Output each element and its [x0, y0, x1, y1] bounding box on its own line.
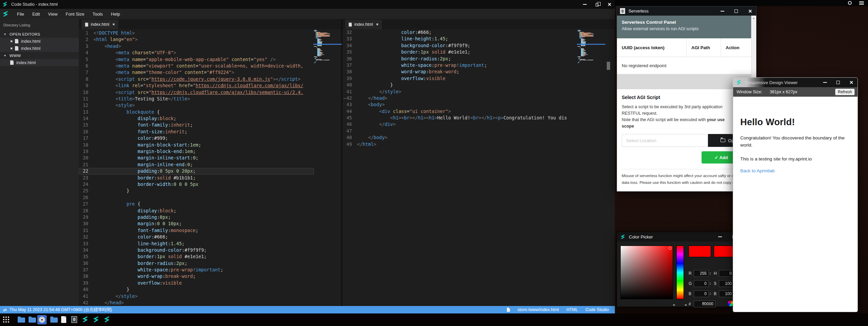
hamburger-menu-icon[interactable]: [859, 1, 864, 5]
status-language[interactable]: HTML: [566, 307, 578, 312]
code-line[interactable]: 11 <title>Testing Site</title>: [79, 96, 314, 102]
code-line[interactable]: 8 <script src="https://code.jquery.com/j…: [79, 76, 314, 82]
code-line[interactable]: 3 <head>: [79, 43, 314, 50]
code-line[interactable]: 13 blockquote {: [79, 109, 314, 115]
code-line[interactable]: 45 <h1><br></h1><h1>Hello World!<br></h1…: [342, 115, 578, 121]
code-line[interactable]: 9 <link rel="stylesheet" href="https://c…: [79, 82, 314, 89]
saturation-field[interactable]: [719, 280, 734, 287]
close-icon[interactable]: ✕: [748, 8, 752, 14]
hue-field[interactable]: [719, 270, 734, 277]
maximize-icon[interactable]: [734, 9, 738, 13]
code-studio-logo-icon[interactable]: [82, 316, 89, 323]
code-line[interactable]: 10 <script src="https://cdnjs.cloudflare…: [79, 89, 314, 96]
menu-edit[interactable]: Edit: [28, 12, 44, 17]
code-line[interactable]: 19 margin-block-end:1em;: [79, 148, 314, 155]
code-line[interactable]: 22 padding:0 5px 0 20px;: [79, 168, 314, 174]
code-line[interactable]: 25 }: [79, 188, 314, 194]
code-line[interactable]: 36 border-radius:2px;: [342, 56, 578, 62]
scrollbar-thumb[interactable]: [607, 62, 610, 70]
status-file-path[interactable]: store:/www/index.html: [517, 307, 559, 312]
code-line[interactable]: 18 margin-block-start:1em;: [79, 142, 314, 148]
hex-field[interactable]: [694, 301, 715, 307]
title-bar[interactable]: Code Studio - index.html ✕: [0, 0, 615, 9]
code-line[interactable]: 49</html>: [342, 141, 578, 148]
code-line[interactable]: 33 line-height:1.45;: [79, 241, 314, 247]
code-line[interactable]: 43 <body>: [342, 101, 578, 108]
stepper-icon[interactable]: ▲▼: [709, 292, 711, 295]
code-line[interactable]: 12 <style>: [79, 102, 314, 109]
code-line[interactable]: 41 </style>: [342, 89, 578, 95]
code-line[interactable]: 31 font-family:monospace;: [79, 227, 314, 234]
minimize-icon[interactable]: [583, 4, 587, 5]
code-line[interactable]: 36 border-radius:2px;: [79, 260, 314, 267]
serverless-zero-icon[interactable]: 0: [71, 316, 77, 323]
loading-circle-icon[interactable]: [848, 1, 852, 5]
minimap-left[interactable]: [314, 30, 341, 67]
close-icon[interactable]: ✖: [10, 47, 15, 50]
code-line[interactable]: 14 display:block;: [79, 115, 314, 122]
file-icon[interactable]: [61, 316, 66, 323]
restore-icon[interactable]: [596, 3, 599, 6]
maximize-icon[interactable]: [836, 81, 840, 84]
code-line[interactable]: 35 border:1px solid #e1e1e1;: [79, 253, 314, 260]
editor-pane-right[interactable]: 32 color:#666;33 line-height:1.45;34 bac…: [342, 19, 578, 306]
menu-tools[interactable]: Tools: [88, 12, 107, 17]
green-field[interactable]: [694, 280, 709, 287]
folder-icon[interactable]: [29, 318, 36, 323]
menu-file[interactable]: File: [13, 12, 28, 17]
code-line[interactable]: 37 white-space:pre-wrap!important;: [79, 267, 314, 273]
refresh-button[interactable]: Refresh: [835, 89, 855, 95]
hue-slider[interactable]: [676, 246, 684, 299]
code-line[interactable]: 46 </div>: [342, 121, 578, 128]
code-line[interactable]: 34 background-color:#f9f9f9;: [342, 42, 578, 49]
minimap-right[interactable]: [578, 30, 605, 67]
sidebar-item-open-editor[interactable]: ✖ index.html: [0, 45, 79, 52]
code-line[interactable]: 34 background-color:#f9f9f9;: [79, 247, 314, 253]
code-line[interactable]: 15 font-family:inherit;: [79, 122, 314, 128]
saturation-value-gradient[interactable]: [620, 246, 673, 299]
blue-field[interactable]: [694, 290, 709, 297]
hue-marker-right-icon[interactable]: ◀: [685, 304, 686, 306]
code-line[interactable]: 42 </head>: [79, 300, 314, 306]
red-field[interactable]: [694, 270, 709, 277]
code-line[interactable]: 26: [79, 194, 314, 201]
sidebar-section-open-editors[interactable]: ▾ OPEN EDITORS: [0, 31, 79, 38]
code-line[interactable]: 28 display:block;: [79, 208, 314, 214]
code-line[interactable]: 47: [342, 128, 578, 134]
menu-help[interactable]: Help: [107, 12, 124, 17]
editor-pane-left[interactable]: 1<!DOCTYPE html>2<html lang="en">3 <head…: [79, 19, 314, 306]
code-line[interactable]: 39 overflow:visible: [79, 280, 314, 286]
code-line[interactable]: 5 <meta name="apple-mobile-web-app-capab…: [79, 56, 314, 63]
close-icon[interactable]: ✕: [849, 80, 853, 85]
code-line[interactable]: 37 white-space:pre-wrap!important;: [342, 62, 578, 69]
brightness-field[interactable]: [719, 290, 734, 297]
title-bar[interactable]: 0 Serverless ✕: [617, 6, 756, 16]
title-bar[interactable]: Responsive Design Viewer ✕: [733, 78, 857, 87]
stepper-icon[interactable]: ▲▼: [709, 282, 711, 285]
stepper-icon[interactable]: ▲▼: [709, 272, 711, 275]
code-line[interactable]: 2<html lang="en">: [79, 36, 314, 43]
close-icon[interactable]: ✖: [10, 40, 15, 43]
code-line[interactable]: 1<!DOCTYPE html>: [79, 30, 314, 36]
sidebar-item-file[interactable]: index.html: [0, 59, 79, 66]
code-line[interactable]: 16 font-size:inherit;: [79, 129, 314, 135]
code-line[interactable]: 38 word-wrap:break-word;: [79, 273, 314, 280]
scroll-up-icon[interactable]: ▲: [752, 17, 755, 19]
code-line[interactable]: 40 }: [79, 286, 314, 293]
code-line[interactable]: 30 margin:0 0 10px;: [79, 220, 314, 227]
code-line[interactable]: 20 margin-inline-start:0;: [79, 155, 314, 161]
code-line[interactable]: 33 line-height:1.45;: [342, 36, 578, 42]
back-to-aprintlab-link[interactable]: Back to Aprintlab: [740, 168, 775, 173]
code-line[interactable]: 27 pre {: [79, 201, 314, 207]
code-line[interactable]: 24 border-width:0 0 0 5px: [79, 181, 314, 188]
code-line[interactable]: 23 border:solid #b1b1b1;: [79, 175, 314, 181]
sidebar-item-open-editor[interactable]: ✖ index.html: [0, 38, 79, 45]
code-line[interactable]: 21 margin-inline-end:0;: [79, 161, 314, 168]
code-line[interactable]: 41 </style>: [79, 293, 314, 300]
code-line[interactable]: 38 word-wrap:break-word;: [342, 69, 578, 75]
code-studio-logo-icon[interactable]: [93, 316, 100, 323]
menu-font-size[interactable]: Font Size: [61, 12, 88, 17]
code-line[interactable]: 6 <meta name="viewport" content="user-sc…: [79, 63, 314, 69]
code-line[interactable]: 7 <meta name="theme-color" content="#ff9…: [79, 69, 314, 76]
minimize-icon[interactable]: [721, 11, 724, 12]
